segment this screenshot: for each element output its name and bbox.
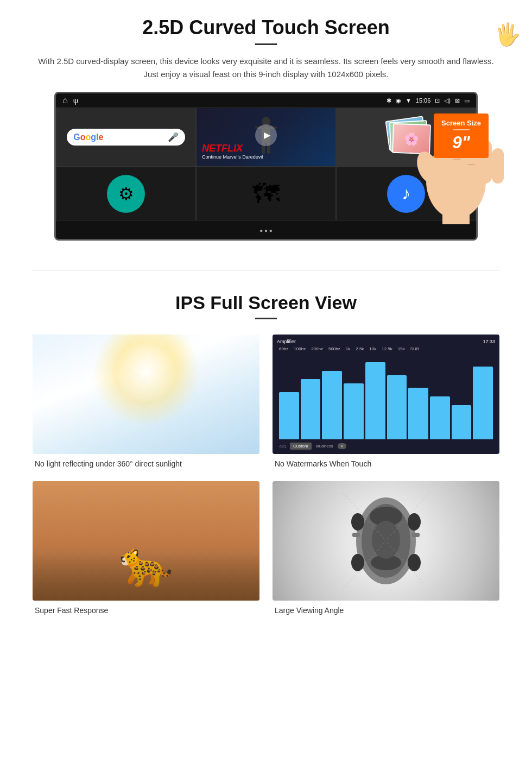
section-divider <box>33 270 499 270</box>
car-top-view-svg <box>343 492 429 590</box>
amp-loudness-label: loudness <box>316 444 333 449</box>
feature-car: Large Viewing Angle <box>273 481 499 615</box>
settings-label: Settings shortcut 1 × 1 <box>56 220 195 220</box>
google-logo: Google <box>73 133 103 142</box>
feature-cheetah: Super Fast Response <box>33 481 259 615</box>
screen-size-badge: Screen Size 9" <box>434 113 489 158</box>
location-icon: ◉ <box>396 97 401 104</box>
netflix-logo: NETFLIX <box>202 143 263 154</box>
amp-freq-labels: 60hz100hz200hz500hz1k2.5k10k12.5k15kSUB <box>277 346 495 351</box>
badge-bar <box>453 129 470 130</box>
app-cell-share-location[interactable]: 🗺 Share location 1 × 1 <box>196 167 336 220</box>
feature-amplifier: Amplifier 17:33 60hz100hz200hz500hz1k2.5… <box>273 335 499 468</box>
app-cell-settings[interactable]: ⚙ Settings shortcut 1 × 1 <box>56 167 196 220</box>
feature-label-sunlight: No light reflecting under 360° direct su… <box>33 459 259 468</box>
amp-title: Amplifier <box>277 339 296 344</box>
amp-toggle: ● <box>338 443 347 449</box>
amp-controls: ◁◁ Custom loudness ● <box>277 439 495 450</box>
amp-bars <box>277 354 495 439</box>
maps-icon: 🗺 <box>252 178 280 210</box>
feature-label-car: Large Viewing Angle <box>273 606 499 615</box>
settings-app-area[interactable]: ⚙ <box>56 167 195 220</box>
status-left-icons: ⌂ ψ <box>62 96 78 105</box>
usb-icon: ψ <box>73 97 78 105</box>
features-grid: No light reflecting under 360° direct su… <box>33 335 499 615</box>
device-wrapper: Screen Size 9" ⌂ ψ ✱ ◉ ▼ 15:06 ⊡ ◁) ⊠ <box>54 92 478 241</box>
car-image <box>273 481 499 601</box>
feature-sunlight: No light reflecting under 360° direct su… <box>33 335 259 468</box>
badge-title: Screen Size <box>441 119 481 127</box>
section1-title: 2.5D Curved Touch Screen <box>33 16 499 39</box>
amplifier-image: Amplifier 17:33 60hz100hz200hz500hz1k2.5… <box>273 335 499 454</box>
svg-point-23 <box>408 513 421 531</box>
section2-underline <box>255 318 277 319</box>
amp-bar-3 <box>322 371 342 439</box>
amp-bar-5 <box>365 362 385 439</box>
microphone-icon[interactable]: 🎤 <box>168 132 179 142</box>
google-search-bar[interactable]: Google 🎤 <box>67 129 185 146</box>
amp-bar-6 <box>387 375 407 440</box>
feature-label-amplifier: No Watermarks When Touch <box>273 459 499 468</box>
app-cell-netflix[interactable]: ▶ NETFLIX Continue Marvel's Daredevil Ne… <box>196 108 336 167</box>
amp-bar-4 <box>344 383 364 439</box>
feature-image-amplifier: Amplifier 17:33 60hz100hz200hz500hz1k2.5… <box>273 335 499 454</box>
share-location-label: Share location 1 × 1 <box>197 220 335 220</box>
feature-image-car <box>273 481 499 601</box>
svg-rect-12 <box>442 203 470 224</box>
svg-rect-21 <box>412 533 420 537</box>
netflix-app-area[interactable]: ▶ NETFLIX Continue Marvel's Daredevil <box>197 108 335 166</box>
cheetah-shadow <box>33 553 259 601</box>
feature-image-cheetah <box>33 481 259 601</box>
amp-bar-1 <box>279 392 299 439</box>
amp-bar-7 <box>408 388 428 439</box>
feature-image-sunlight <box>33 335 259 454</box>
section-ips-screen: IPS Full Screen View No light reflecting… <box>0 287 532 631</box>
amp-back-btn: ◁◁ <box>279 444 286 449</box>
amp-header: Amplifier 17:33 <box>277 339 495 344</box>
play-icon: ▶ <box>264 130 270 140</box>
amp-bar-8 <box>430 396 450 439</box>
amp-time: 17:33 <box>483 339 495 344</box>
settings-icon: ⚙ <box>107 175 145 213</box>
title-underline <box>255 43 277 45</box>
amp-custom-btn: Custom <box>290 443 312 450</box>
badge-size: 9" <box>441 133 481 153</box>
netflix-subtitle: Continue Marvel's Daredevil <box>202 154 263 160</box>
svg-point-25 <box>408 554 421 571</box>
bluetooth-icon: ✱ <box>387 97 391 104</box>
svg-point-22 <box>351 513 364 531</box>
amp-bar-9 <box>452 405 472 439</box>
amp-bar-2 <box>301 379 321 439</box>
google-app-area[interactable]: Google 🎤 <box>56 108 195 166</box>
app-cell-google[interactable]: Google 🎤 Google 3 × 1 <box>56 108 196 167</box>
svg-point-24 <box>351 554 364 571</box>
amp-bar-10 <box>473 367 493 439</box>
cheetah-image <box>33 481 259 601</box>
svg-rect-11 <box>492 148 504 184</box>
sunlight-image <box>33 335 259 454</box>
svg-rect-20 <box>352 533 360 537</box>
section-curved-screen: 2.5D Curved Touch Screen With 2.5D curve… <box>0 0 532 254</box>
home-icon: ⌂ <box>62 96 68 105</box>
share-location-area[interactable]: 🗺 <box>197 167 335 220</box>
section2-title: IPS Full Screen View <box>33 292 499 313</box>
netflix-play-button[interactable]: ▶ <box>255 124 277 146</box>
feature-label-cheetah: Super Fast Response <box>33 606 259 615</box>
svg-point-19 <box>372 521 400 559</box>
